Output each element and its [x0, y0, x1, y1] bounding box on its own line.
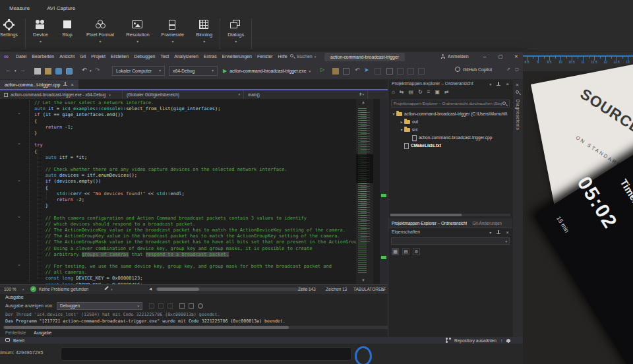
- navbar-member-dropdown[interactable]: main()▾: [244, 90, 368, 99]
- repository-picker[interactable]: Repository auswählen ↑: [446, 338, 510, 343]
- menu-hilfe[interactable]: Hilfe: [276, 54, 290, 59]
- navigate-forward-icon[interactable]: →: [20, 67, 26, 73]
- scrollbar-thumb[interactable]: [390, 214, 462, 216]
- minimap[interactable]: ▲ ▼: [356, 99, 373, 284]
- solution-explorer-header[interactable]: Projektmappen-Explorer – Ordneransicht ▾…: [388, 80, 513, 88]
- pin-icon[interactable]: [63, 82, 67, 87]
- output-tool-icon[interactable]: [158, 303, 164, 309]
- ribbon-tool-settings[interactable]: Settings: [0, 18, 24, 44]
- collapse-all-icon[interactable]: ≡: [427, 89, 431, 95]
- char-indicator[interactable]: Zeichen 13: [326, 287, 347, 291]
- navbar-project-dropdown[interactable]: action-command-broadcast-trigger.exe - x…: [0, 90, 123, 99]
- scroll-left-icon[interactable]: ◀: [149, 287, 152, 291]
- ribbon-tab-avi-capture[interactable]: AVI Capture: [47, 5, 75, 11]
- save-all-icon[interactable]: [66, 68, 73, 75]
- toolbar-icon[interactable]: [332, 68, 339, 75]
- code-editor[interactable]: action-comma...t-trigger.cpp × action-co…: [0, 80, 388, 293]
- tab-git-changes[interactable]: Git-Änderungen: [472, 221, 501, 226]
- tree-expander-icon[interactable]: ▾: [399, 126, 404, 134]
- se-hscrollbar[interactable]: [390, 214, 510, 216]
- menu-debuggen[interactable]: Debuggen: [131, 54, 158, 59]
- categorized-icon[interactable]: ▦: [392, 248, 399, 255]
- close-icon[interactable]: ×: [506, 81, 509, 87]
- tab-fehlerliste[interactable]: Fehlerliste: [5, 330, 26, 335]
- bookmark-icon[interactable]: [397, 68, 404, 75]
- vertical-scrollbar[interactable]: [380, 99, 388, 284]
- menu-projekt[interactable]: Projekt: [88, 54, 108, 59]
- ribbon-tab-measure[interactable]: Measure: [9, 5, 30, 11]
- bookmark-icon[interactable]: [407, 68, 414, 75]
- start-debugging-button[interactable]: ▶ action-command-broadcast-trigger.exe ▾: [223, 66, 311, 76]
- eol-indicator[interactable]: LF: [381, 287, 386, 291]
- tabs-indicator[interactable]: TABULATOREN: [353, 287, 384, 291]
- tab-active-document[interactable]: action-comma...t-trigger.cpp ×: [0, 80, 78, 89]
- solution-explorer-search[interactable]: Projektmappen-Explorer – Ordneransicht d…: [391, 100, 510, 107]
- minimap-viewport[interactable]: [356, 154, 373, 183]
- feedback-icon[interactable]: ◻: [515, 67, 519, 72]
- menu-datei[interactable]: Datei: [13, 54, 29, 59]
- chevron-down-icon[interactable]: ▾: [489, 230, 491, 235]
- pending-changes-icon[interactable]: ▤: [409, 89, 414, 95]
- refresh-icon[interactable]: ↻: [418, 89, 423, 95]
- open-folder-icon[interactable]: [45, 68, 51, 75]
- menu-test[interactable]: Test: [158, 54, 171, 59]
- ribbon-tool-pixel-format[interactable]: Pixel Format▾: [80, 18, 120, 44]
- value-input-field[interactable]: [61, 348, 351, 361]
- show-all-files-icon[interactable]: ▣: [435, 89, 440, 95]
- navigate-back-icon[interactable]: ←: [5, 67, 11, 73]
- editor-hscrollbar[interactable]: [156, 288, 311, 291]
- chevron-down-icon[interactable]: ▾: [489, 82, 491, 86]
- menu-erweiterungen[interactable]: Erweiterungen: [220, 54, 255, 59]
- menu-extras[interactable]: Extras: [201, 54, 220, 59]
- ribbon-tool-dialogs[interactable]: Dialogs▾: [222, 18, 250, 44]
- chevron-down-icon[interactable]: ▾: [15, 69, 16, 73]
- sync-icon[interactable]: ⇄: [444, 89, 449, 95]
- tree-item-action-command-broadcast-trigger[interactable]: ▾action-command-broadcast-trigger (C:\Us…: [388, 110, 513, 118]
- start-without-debugging-icon[interactable]: ▷: [320, 67, 324, 73]
- tree-item-out[interactable]: ▸out: [388, 118, 513, 126]
- undo-icon[interactable]: ↶: [82, 67, 87, 73]
- health-check-icon[interactable]: ✓: [30, 286, 36, 292]
- tree-expander-icon[interactable]: ▾: [391, 110, 396, 118]
- switch-view-icon[interactable]: ⇆: [400, 89, 404, 95]
- ribbon-tool-framerate[interactable]: Framerate▾: [156, 18, 191, 44]
- problems-status[interactable]: Keine Probleme gefunden: [39, 287, 88, 291]
- tab-diagnostics-label[interactable]: Diagnosetools: [516, 100, 520, 130]
- fold-marker[interactable]: ⌄: [17, 140, 21, 146]
- scroll-down-icon[interactable]: ▼: [361, 278, 365, 282]
- ribbon-tool-stop[interactable]: Stop: [54, 18, 80, 44]
- ribbon-tool-resolution[interactable]: Resolution▾: [120, 18, 155, 44]
- menu-bearbeiten[interactable]: Bearbeiten: [29, 54, 57, 59]
- tree-item-action-command-broadcast-trigger.cpp[interactable]: action-command-broadcast-trigger.cpp: [388, 134, 513, 142]
- menu-ansicht[interactable]: Ansicht: [57, 54, 77, 59]
- ribbon-tool-binning[interactable]: Binning▾: [190, 18, 218, 44]
- configuration-combo[interactable]: x64-Debug▾: [169, 66, 218, 76]
- github-copilot-button[interactable]: GitHub Copilot: [455, 67, 492, 72]
- fold-marker[interactable]: ⌄: [17, 110, 21, 115]
- diagnostics-side-strip[interactable]: × Diagnosetools: [512, 80, 523, 337]
- tree-item-src[interactable]: ▾src: [388, 126, 513, 134]
- word-wrap-icon[interactable]: [189, 303, 194, 309]
- pin-icon[interactable]: [497, 82, 500, 87]
- zoom-level-dropdown[interactable]: 100 %: [4, 287, 16, 291]
- navbar-scope-dropdown[interactable]: (Globaler Gültigkeitsbereich)▾: [123, 90, 244, 99]
- output-tool-icon[interactable]: [149, 303, 154, 309]
- bookmark-icon[interactable]: [386, 68, 393, 75]
- menu-fenster[interactable]: Fenster: [255, 54, 276, 59]
- pin-icon[interactable]: [497, 230, 500, 235]
- undo-icon[interactable]: ↶: [355, 67, 360, 73]
- menu-git[interactable]: Git: [77, 54, 88, 59]
- scroll-up-icon[interactable]: ▲: [361, 100, 365, 104]
- tab-ausgabe[interactable]: Ausgabe: [34, 330, 51, 335]
- edit-mode-icon[interactable]: [104, 286, 108, 290]
- line-indicator[interactable]: Zeile 143: [298, 287, 316, 291]
- cursor-icon[interactable]: ➤: [364, 67, 369, 73]
- feedback-bubble-icon[interactable]: [5, 338, 10, 342]
- fold-marker[interactable]: ⌄: [17, 262, 21, 267]
- scrollbar-thumb[interactable]: [4, 326, 289, 329]
- close-icon[interactable]: ×: [506, 229, 509, 235]
- menu-analysieren[interactable]: Analysieren: [171, 54, 201, 59]
- new-file-icon[interactable]: [34, 68, 41, 75]
- chevron-down-icon[interactable]: ▾: [90, 69, 92, 73]
- close-icon[interactable]: ×: [516, 82, 519, 88]
